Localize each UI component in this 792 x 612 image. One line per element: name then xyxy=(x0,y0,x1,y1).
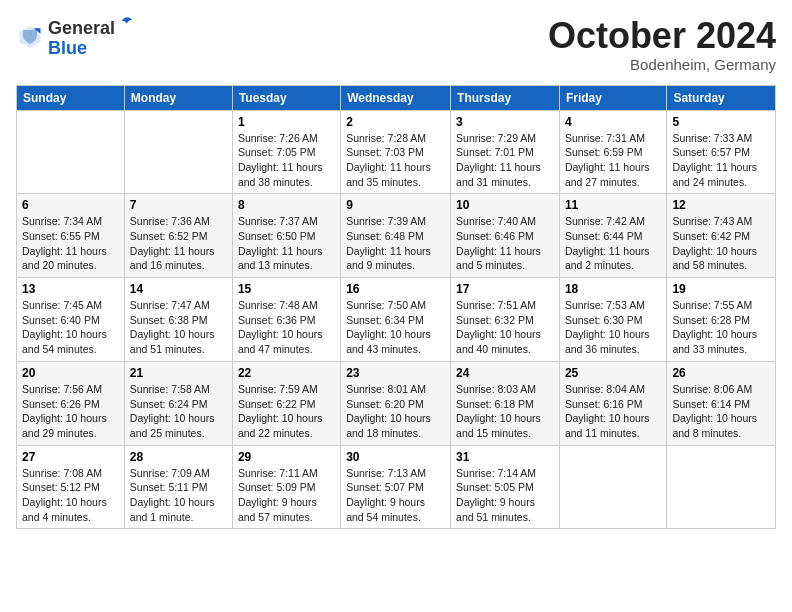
calendar-day: 26Sunrise: 8:06 AM Sunset: 6:14 PM Dayli… xyxy=(667,361,776,445)
day-number: 14 xyxy=(130,282,227,296)
calendar-day: 24Sunrise: 8:03 AM Sunset: 6:18 PM Dayli… xyxy=(451,361,560,445)
day-info: Sunrise: 7:56 AM Sunset: 6:26 PM Dayligh… xyxy=(22,382,119,441)
day-header-friday: Friday xyxy=(559,85,666,110)
calendar-day: 23Sunrise: 8:01 AM Sunset: 6:20 PM Dayli… xyxy=(341,361,451,445)
day-info: Sunrise: 7:42 AM Sunset: 6:44 PM Dayligh… xyxy=(565,214,661,273)
calendar-day xyxy=(667,445,776,529)
day-info: Sunrise: 7:53 AM Sunset: 6:30 PM Dayligh… xyxy=(565,298,661,357)
day-info: Sunrise: 8:06 AM Sunset: 6:14 PM Dayligh… xyxy=(672,382,770,441)
calendar-day xyxy=(17,110,125,194)
calendar-table: SundayMondayTuesdayWednesdayThursdayFrid… xyxy=(16,85,776,530)
logo: General Blue xyxy=(16,16,134,59)
day-info: Sunrise: 7:31 AM Sunset: 6:59 PM Dayligh… xyxy=(565,131,661,190)
day-header-monday: Monday xyxy=(124,85,232,110)
calendar-day: 18Sunrise: 7:53 AM Sunset: 6:30 PM Dayli… xyxy=(559,278,666,362)
day-number: 21 xyxy=(130,366,227,380)
day-info: Sunrise: 7:29 AM Sunset: 7:01 PM Dayligh… xyxy=(456,131,554,190)
calendar-body: 1Sunrise: 7:26 AM Sunset: 7:05 PM Daylig… xyxy=(17,110,776,529)
logo-text: General Blue xyxy=(48,16,134,59)
day-info: Sunrise: 7:26 AM Sunset: 7:05 PM Dayligh… xyxy=(238,131,335,190)
calendar-day: 7Sunrise: 7:36 AM Sunset: 6:52 PM Daylig… xyxy=(124,194,232,278)
calendar-day: 15Sunrise: 7:48 AM Sunset: 6:36 PM Dayli… xyxy=(232,278,340,362)
calendar-day: 30Sunrise: 7:13 AM Sunset: 5:07 PM Dayli… xyxy=(341,445,451,529)
day-number: 22 xyxy=(238,366,335,380)
day-info: Sunrise: 7:33 AM Sunset: 6:57 PM Dayligh… xyxy=(672,131,770,190)
day-info: Sunrise: 7:51 AM Sunset: 6:32 PM Dayligh… xyxy=(456,298,554,357)
day-info: Sunrise: 7:28 AM Sunset: 7:03 PM Dayligh… xyxy=(346,131,445,190)
location: Bodenheim, Germany xyxy=(548,56,776,73)
day-number: 1 xyxy=(238,115,335,129)
day-number: 10 xyxy=(456,198,554,212)
day-info: Sunrise: 7:37 AM Sunset: 6:50 PM Dayligh… xyxy=(238,214,335,273)
day-number: 13 xyxy=(22,282,119,296)
day-number: 5 xyxy=(672,115,770,129)
calendar-day: 17Sunrise: 7:51 AM Sunset: 6:32 PM Dayli… xyxy=(451,278,560,362)
calendar-week-2: 6Sunrise: 7:34 AM Sunset: 6:55 PM Daylig… xyxy=(17,194,776,278)
day-number: 4 xyxy=(565,115,661,129)
day-info: Sunrise: 7:39 AM Sunset: 6:48 PM Dayligh… xyxy=(346,214,445,273)
day-info: Sunrise: 7:45 AM Sunset: 6:40 PM Dayligh… xyxy=(22,298,119,357)
day-info: Sunrise: 7:58 AM Sunset: 6:24 PM Dayligh… xyxy=(130,382,227,441)
day-number: 6 xyxy=(22,198,119,212)
calendar-day: 20Sunrise: 7:56 AM Sunset: 6:26 PM Dayli… xyxy=(17,361,125,445)
day-info: Sunrise: 7:09 AM Sunset: 5:11 PM Dayligh… xyxy=(130,466,227,525)
day-info: Sunrise: 7:47 AM Sunset: 6:38 PM Dayligh… xyxy=(130,298,227,357)
day-info: Sunrise: 8:01 AM Sunset: 6:20 PM Dayligh… xyxy=(346,382,445,441)
day-number: 26 xyxy=(672,366,770,380)
logo-bird-icon xyxy=(116,16,134,34)
day-header-wednesday: Wednesday xyxy=(341,85,451,110)
day-info: Sunrise: 7:08 AM Sunset: 5:12 PM Dayligh… xyxy=(22,466,119,525)
calendar-day: 10Sunrise: 7:40 AM Sunset: 6:46 PM Dayli… xyxy=(451,194,560,278)
calendar-day: 29Sunrise: 7:11 AM Sunset: 5:09 PM Dayli… xyxy=(232,445,340,529)
calendar-day: 1Sunrise: 7:26 AM Sunset: 7:05 PM Daylig… xyxy=(232,110,340,194)
calendar-day: 25Sunrise: 8:04 AM Sunset: 6:16 PM Dayli… xyxy=(559,361,666,445)
day-number: 8 xyxy=(238,198,335,212)
calendar-day: 13Sunrise: 7:45 AM Sunset: 6:40 PM Dayli… xyxy=(17,278,125,362)
calendar-week-5: 27Sunrise: 7:08 AM Sunset: 5:12 PM Dayli… xyxy=(17,445,776,529)
title-block: October 2024 Bodenheim, Germany xyxy=(548,16,776,73)
day-number: 18 xyxy=(565,282,661,296)
calendar-day: 5Sunrise: 7:33 AM Sunset: 6:57 PM Daylig… xyxy=(667,110,776,194)
day-number: 23 xyxy=(346,366,445,380)
calendar-day: 4Sunrise: 7:31 AM Sunset: 6:59 PM Daylig… xyxy=(559,110,666,194)
calendar-day: 14Sunrise: 7:47 AM Sunset: 6:38 PM Dayli… xyxy=(124,278,232,362)
day-number: 25 xyxy=(565,366,661,380)
day-number: 7 xyxy=(130,198,227,212)
calendar-day xyxy=(559,445,666,529)
day-info: Sunrise: 8:04 AM Sunset: 6:16 PM Dayligh… xyxy=(565,382,661,441)
day-info: Sunrise: 7:40 AM Sunset: 6:46 PM Dayligh… xyxy=(456,214,554,273)
calendar-week-4: 20Sunrise: 7:56 AM Sunset: 6:26 PM Dayli… xyxy=(17,361,776,445)
day-info: Sunrise: 7:36 AM Sunset: 6:52 PM Dayligh… xyxy=(130,214,227,273)
day-number: 9 xyxy=(346,198,445,212)
day-number: 15 xyxy=(238,282,335,296)
day-number: 28 xyxy=(130,450,227,464)
day-header-sunday: Sunday xyxy=(17,85,125,110)
calendar-week-3: 13Sunrise: 7:45 AM Sunset: 6:40 PM Dayli… xyxy=(17,278,776,362)
calendar-day: 28Sunrise: 7:09 AM Sunset: 5:11 PM Dayli… xyxy=(124,445,232,529)
day-number: 29 xyxy=(238,450,335,464)
day-info: Sunrise: 7:43 AM Sunset: 6:42 PM Dayligh… xyxy=(672,214,770,273)
calendar-header-row: SundayMondayTuesdayWednesdayThursdayFrid… xyxy=(17,85,776,110)
day-info: Sunrise: 7:34 AM Sunset: 6:55 PM Dayligh… xyxy=(22,214,119,273)
page-header: General Blue October 2024 Bodenheim, Ger… xyxy=(16,16,776,73)
day-number: 16 xyxy=(346,282,445,296)
day-number: 3 xyxy=(456,115,554,129)
calendar-day: 12Sunrise: 7:43 AM Sunset: 6:42 PM Dayli… xyxy=(667,194,776,278)
day-header-tuesday: Tuesday xyxy=(232,85,340,110)
day-number: 24 xyxy=(456,366,554,380)
calendar-day: 11Sunrise: 7:42 AM Sunset: 6:44 PM Dayli… xyxy=(559,194,666,278)
calendar-day: 21Sunrise: 7:58 AM Sunset: 6:24 PM Dayli… xyxy=(124,361,232,445)
day-header-saturday: Saturday xyxy=(667,85,776,110)
month-title: October 2024 xyxy=(548,16,776,56)
calendar-day: 9Sunrise: 7:39 AM Sunset: 6:48 PM Daylig… xyxy=(341,194,451,278)
day-info: Sunrise: 7:13 AM Sunset: 5:07 PM Dayligh… xyxy=(346,466,445,525)
day-number: 20 xyxy=(22,366,119,380)
calendar-day xyxy=(124,110,232,194)
calendar-day: 3Sunrise: 7:29 AM Sunset: 7:01 PM Daylig… xyxy=(451,110,560,194)
day-info: Sunrise: 7:55 AM Sunset: 6:28 PM Dayligh… xyxy=(672,298,770,357)
calendar-day: 22Sunrise: 7:59 AM Sunset: 6:22 PM Dayli… xyxy=(232,361,340,445)
day-header-thursday: Thursday xyxy=(451,85,560,110)
calendar-day: 2Sunrise: 7:28 AM Sunset: 7:03 PM Daylig… xyxy=(341,110,451,194)
logo-icon xyxy=(16,23,44,51)
day-info: Sunrise: 8:03 AM Sunset: 6:18 PM Dayligh… xyxy=(456,382,554,441)
